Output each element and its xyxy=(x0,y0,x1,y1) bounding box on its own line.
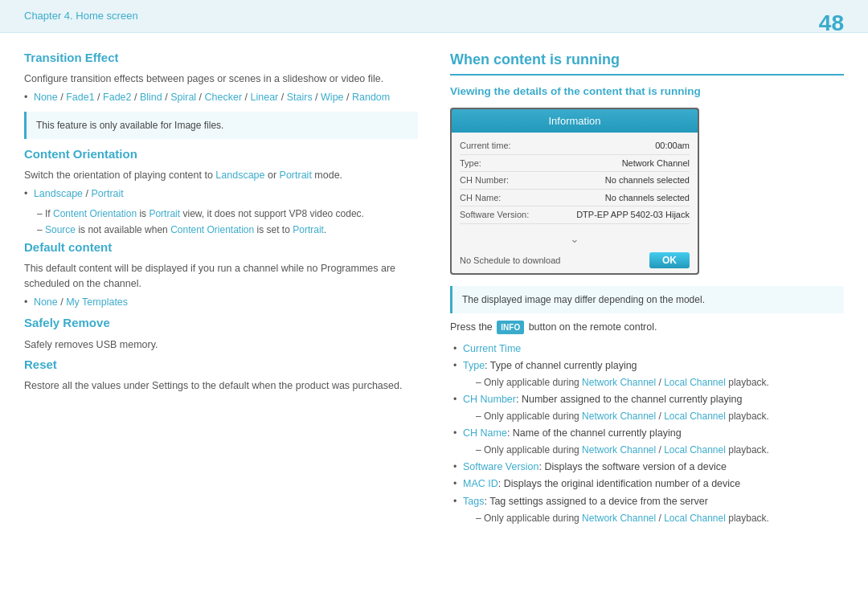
link-type[interactable]: Type xyxy=(463,360,485,371)
link-current-time[interactable]: Current Time xyxy=(463,343,521,354)
type-sub: Only applicable during Network Channel /… xyxy=(476,375,844,390)
left-column: Transition Effect Configure transition e… xyxy=(24,49,418,528)
link-fade2[interactable]: Fade2 xyxy=(103,92,131,103)
chapter-title: Chapter 4. Home screen xyxy=(24,8,138,24)
list-item-type: Type: Type of channel currently playing … xyxy=(453,358,844,390)
content-orientation-options: • Landscape / Portrait xyxy=(24,186,418,202)
content-orientation-section: Content Orientation Switch the orientati… xyxy=(24,145,418,237)
transition-effect-desc: Configure transition effects between pag… xyxy=(24,72,418,87)
info-row-type: Type: Network Channel xyxy=(460,155,690,173)
link-network-channel-4[interactable]: Network Channel xyxy=(582,513,656,524)
transition-effect-section: Transition Effect Configure transition e… xyxy=(24,49,418,139)
default-content-title: Default content xyxy=(24,239,418,257)
link-portrait-2[interactable]: Portrait xyxy=(293,224,324,235)
link-landscape[interactable]: Landscape xyxy=(215,170,264,181)
info-row-time: Current time: 00:00am xyxy=(460,137,690,155)
link-stairs[interactable]: Stairs xyxy=(287,92,313,103)
link-portrait[interactable]: Portrait xyxy=(280,170,312,181)
info-badge: INFO xyxy=(497,321,524,334)
content-orientation-title: Content Orientation xyxy=(24,145,418,164)
dialog-footer: No Schedule to download OK xyxy=(452,249,698,273)
content-wrapper: Transition Effect Configure transition e… xyxy=(0,33,868,544)
info-row-software: Software Version: DTP-EP APP 5402-03 Hij… xyxy=(460,206,690,224)
right-main-title: When content is running xyxy=(450,49,844,76)
reset-desc: Restore all the values under Settings to… xyxy=(24,378,418,394)
link-wipe[interactable]: Wipe xyxy=(321,92,343,103)
safely-remove-desc: Safely removes USB memory. xyxy=(24,337,418,353)
info-row-ch-number: CH Number: No channels selected xyxy=(460,172,690,190)
default-content-options: • None / My Templates xyxy=(24,295,418,310)
link-portrait-1[interactable]: Portrait xyxy=(149,208,180,219)
page-number: 48 xyxy=(819,6,844,40)
transition-effect-list: • None / Fade1 / Fade2 / Blind / Spiral … xyxy=(24,90,418,105)
ch-name-sub: Only applicable during Network Channel /… xyxy=(476,443,844,457)
default-content-desc: This default content will be displayed i… xyxy=(24,261,418,292)
link-source[interactable]: Source xyxy=(45,224,76,235)
default-content-section: Default content This default content wil… xyxy=(24,239,418,310)
list-item-ch-number: CH Number: Number assigned to the channe… xyxy=(453,392,844,423)
right-column: When content is running Viewing the deta… xyxy=(450,49,844,528)
link-mac-id[interactable]: MAC ID xyxy=(463,478,498,489)
link-network-channel-3[interactable]: Network Channel xyxy=(582,444,656,456)
list-item-tags: Tags: Tag settings assigned to a device … xyxy=(453,494,844,525)
link-tags[interactable]: Tags xyxy=(463,496,484,507)
link-linear[interactable]: Linear xyxy=(251,92,279,103)
link-my-templates[interactable]: My Templates xyxy=(66,296,128,308)
link-checker[interactable]: Checker xyxy=(205,92,243,103)
link-local-channel-2[interactable]: Local Channel xyxy=(664,411,726,422)
safely-remove-section: Safely Remove Safely removes USB memory. xyxy=(24,314,418,352)
link-landscape-opt[interactable]: Landscape xyxy=(34,188,83,199)
safely-remove-title: Safely Remove xyxy=(24,314,418,333)
link-portrait-opt[interactable]: Portrait xyxy=(91,188,123,199)
list-item-ch-name: CH Name: Name of the channel currently p… xyxy=(453,426,844,457)
reset-title: Reset xyxy=(24,356,418,374)
transition-note: This feature is only available for Image… xyxy=(24,112,418,139)
page-header: Chapter 4. Home screen 48 xyxy=(0,0,868,33)
list-item-mac-id: MAC ID: Displays the original identifica… xyxy=(453,476,844,492)
link-software-version[interactable]: Software Version xyxy=(463,461,539,472)
transition-effect-title: Transition Effect xyxy=(24,49,418,67)
link-random[interactable]: Random xyxy=(352,92,390,103)
sub-item-vp8: If Content Orientation is Portrait view,… xyxy=(37,206,418,221)
press-info-text: Press the INFO button on the remote cont… xyxy=(450,320,844,335)
link-content-orientation-2[interactable]: Content Orientation xyxy=(170,224,254,235)
tags-sub: Only applicable during Network Channel /… xyxy=(476,511,844,525)
right-note: The displayed image may differ depending… xyxy=(450,286,844,313)
link-local-channel-1[interactable]: Local Channel xyxy=(664,377,726,388)
content-orientation-desc: Switch the orientation of playing conten… xyxy=(24,168,418,183)
content-orientation-sublist: If Content Orientation is Portrait view,… xyxy=(37,206,418,237)
link-spiral[interactable]: Spiral xyxy=(170,92,196,103)
list-item-current-time: Current Time xyxy=(453,341,844,357)
dialog-header: Information xyxy=(452,109,698,133)
link-local-channel-3[interactable]: Local Channel xyxy=(664,444,726,456)
info-dialog: Information Current time: 00:00am Type: … xyxy=(450,108,699,275)
link-ch-number[interactable]: CH Number xyxy=(463,394,516,405)
ch-number-sub: Only applicable during Network Channel /… xyxy=(476,409,844,423)
ok-button[interactable]: OK xyxy=(649,252,690,268)
list-item-software: Software Version: Displays the software … xyxy=(453,460,844,475)
sub-item-source: Source is not available when Content Ori… xyxy=(37,223,418,237)
dialog-body: Current time: 00:00am Type: Network Chan… xyxy=(452,133,698,229)
link-none[interactable]: None xyxy=(34,92,58,103)
dialog-chevron: ⌄ xyxy=(452,229,698,249)
reset-section: Reset Restore all the values under Setti… xyxy=(24,356,418,394)
link-local-channel-4[interactable]: Local Channel xyxy=(664,513,726,524)
right-bullet-list: Current Time Type: Type of channel curre… xyxy=(453,341,844,525)
link-ch-name[interactable]: CH Name xyxy=(463,427,507,439)
viewing-title: Viewing the details of the content that … xyxy=(450,84,844,100)
link-blind[interactable]: Blind xyxy=(140,92,162,103)
link-content-orientation-1[interactable]: Content Orientation xyxy=(53,208,137,219)
link-none-default[interactable]: None xyxy=(34,296,58,308)
link-network-channel-1[interactable]: Network Channel xyxy=(582,377,656,388)
schedule-text: No Schedule to download xyxy=(460,254,560,268)
link-fade1[interactable]: Fade1 xyxy=(66,92,94,103)
link-network-channel-2[interactable]: Network Channel xyxy=(582,411,656,422)
info-row-ch-name: CH Name: No channels selected xyxy=(460,190,690,207)
